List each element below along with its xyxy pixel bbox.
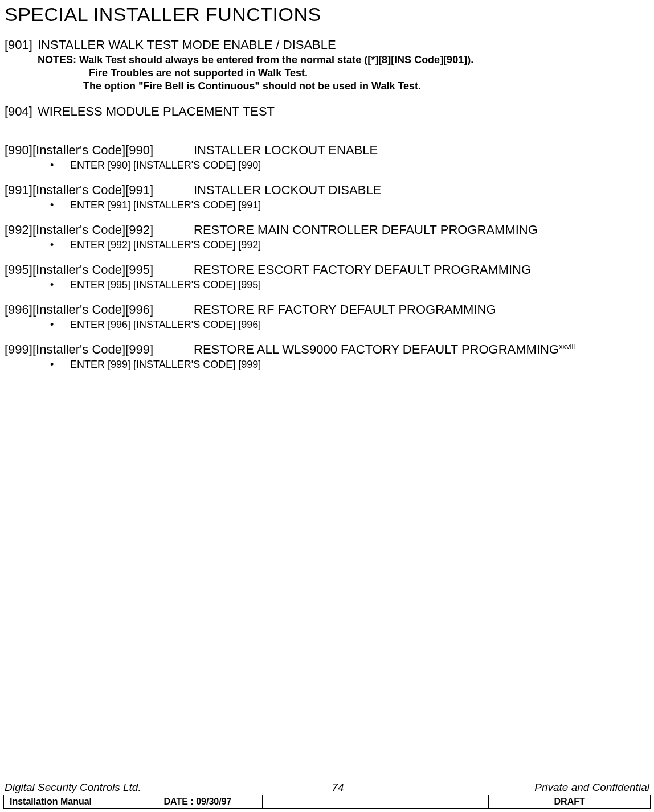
item-text: ENTER [992] [INSTALLER'S CODE] [992] — [70, 239, 261, 252]
footer-draft-cell: DRAFT — [489, 795, 651, 809]
heading-row: [995][Installer's Code][995] RESTORE ESC… — [5, 262, 649, 278]
bullet-item: • ENTER [992] [INSTALLER'S CODE] [992] — [50, 239, 649, 252]
bullet-icon: • — [50, 239, 67, 252]
heading-text: RESTORE RF FACTORY DEFAULT PROGRAMMING — [194, 302, 496, 318]
notes-block: NOTES: Walk Test should always be entere… — [38, 54, 649, 93]
footer-manual-cell: Installation Manual — [4, 795, 133, 809]
code-label: [995][Installer's Code][995] — [5, 262, 194, 278]
heading-row: [992][Installer's Code][992] RESTORE MAI… — [5, 222, 649, 239]
bullet-item: • ENTER [991] [INSTALLER'S CODE] [991] — [50, 199, 649, 212]
footer-date-cell: DATE : 09/30/97 — [133, 795, 263, 809]
code-label: [992][Installer's Code][992] — [5, 222, 194, 239]
bullet-item: • ENTER [999] [INSTALLER'S CODE] [999] — [50, 358, 649, 371]
code-label: [990][Installer's Code][990] — [5, 142, 194, 159]
heading-row: [990][Installer's Code][990] INSTALLER L… — [5, 142, 649, 159]
section-996: [996][Installer's Code][996] RESTORE RF … — [5, 302, 649, 331]
heading-text: INSTALLER LOCKOUT DISABLE — [194, 182, 381, 199]
bullet-icon: • — [50, 278, 67, 292]
notes-label: NOTES: — [38, 54, 79, 65]
superscript: xxviii — [559, 342, 575, 351]
heading-text: RESTORE ALL WLS9000 FACTORY DEFAULT PROG… — [194, 342, 575, 358]
footer-confidential: Private and Confidential — [534, 781, 649, 794]
heading-text: INSTALLER LOCKOUT ENABLE — [194, 142, 378, 159]
item-text: ENTER [995] [INSTALLER'S CODE] [995] — [70, 278, 261, 292]
item-text: ENTER [996] [INSTALLER'S CODE] [996] — [70, 318, 261, 331]
footer-table: Installation Manual DATE : 09/30/97 DRAF… — [3, 795, 651, 809]
code-label: [991][Installer's Code][991] — [5, 182, 194, 199]
footer-italic-row: Digital Security Controls Ltd. 74 Privat… — [3, 781, 651, 795]
code-label: [901] — [5, 37, 38, 54]
heading-row: [901] INSTALLER WALK TEST MODE ENABLE / … — [5, 37, 649, 54]
heading-text: RESTORE MAIN CONTROLLER DEFAULT PROGRAMM… — [194, 222, 538, 239]
note-line-2: Fire Troubles are not supported in Walk … — [38, 67, 649, 80]
heading-row: [999][Installer's Code][999] RESTORE ALL… — [5, 342, 649, 358]
heading-text: RESTORE ESCORT FACTORY DEFAULT PROGRAMMI… — [194, 262, 531, 278]
section-992: [992][Installer's Code][992] RESTORE MAI… — [5, 222, 649, 252]
bullet-item: • ENTER [995] [INSTALLER'S CODE] [995] — [50, 278, 649, 292]
footer-company: Digital Security Controls Ltd. — [5, 781, 141, 794]
footer-page-number: 74 — [332, 781, 344, 794]
heading-row: [991][Installer's Code][991] INSTALLER L… — [5, 182, 649, 199]
heading-text: INSTALLER WALK TEST MODE ENABLE / DISABL… — [38, 37, 336, 54]
heading-row: [996][Installer's Code][996] RESTORE RF … — [5, 302, 649, 318]
section-995: [995][Installer's Code][995] RESTORE ESC… — [5, 262, 649, 292]
page-footer: Digital Security Controls Ltd. 74 Privat… — [3, 781, 651, 809]
section-991: [991][Installer's Code][991] INSTALLER L… — [5, 182, 649, 212]
bullet-icon: • — [50, 358, 67, 371]
heading-999: RESTORE ALL WLS9000 FACTORY DEFAULT PROG… — [194, 342, 559, 356]
note-line-1: Walk Test should always be entered from … — [79, 54, 473, 65]
code-label: [999][Installer's Code][999] — [5, 342, 194, 358]
bullet-icon: • — [50, 318, 67, 331]
page-title: SPECIAL INSTALLER FUNCTIONS — [5, 3, 649, 26]
section-999: [999][Installer's Code][999] RESTORE ALL… — [5, 342, 649, 371]
item-text: ENTER [990] [INSTALLER'S CODE] [990] — [70, 159, 261, 172]
bullet-icon: • — [50, 159, 67, 172]
section-990: [990][Installer's Code][990] INSTALLER L… — [5, 142, 649, 172]
footer-table-row: Installation Manual DATE : 09/30/97 DRAF… — [4, 795, 651, 809]
item-text: ENTER [991] [INSTALLER'S CODE] [991] — [70, 199, 261, 212]
bullet-item: • ENTER [990] [INSTALLER'S CODE] [990] — [50, 159, 649, 172]
bullet-item: • ENTER [996] [INSTALLER'S CODE] [996] — [50, 318, 649, 331]
heading-row: [904] WIRELESS MODULE PLACEMENT TEST — [5, 104, 649, 120]
code-label: [996][Installer's Code][996] — [5, 302, 194, 318]
item-text: ENTER [999] [INSTALLER'S CODE] [999] — [70, 358, 261, 371]
code-label: [904] — [5, 104, 38, 120]
note-line-3: The option "Fire Bell is Continuous" sho… — [38, 80, 649, 93]
section-904: [904] WIRELESS MODULE PLACEMENT TEST — [5, 104, 649, 120]
bullet-icon: • — [50, 199, 67, 212]
footer-empty-cell — [263, 795, 489, 809]
heading-text: WIRELESS MODULE PLACEMENT TEST — [38, 104, 275, 120]
section-901: [901] INSTALLER WALK TEST MODE ENABLE / … — [5, 37, 649, 93]
